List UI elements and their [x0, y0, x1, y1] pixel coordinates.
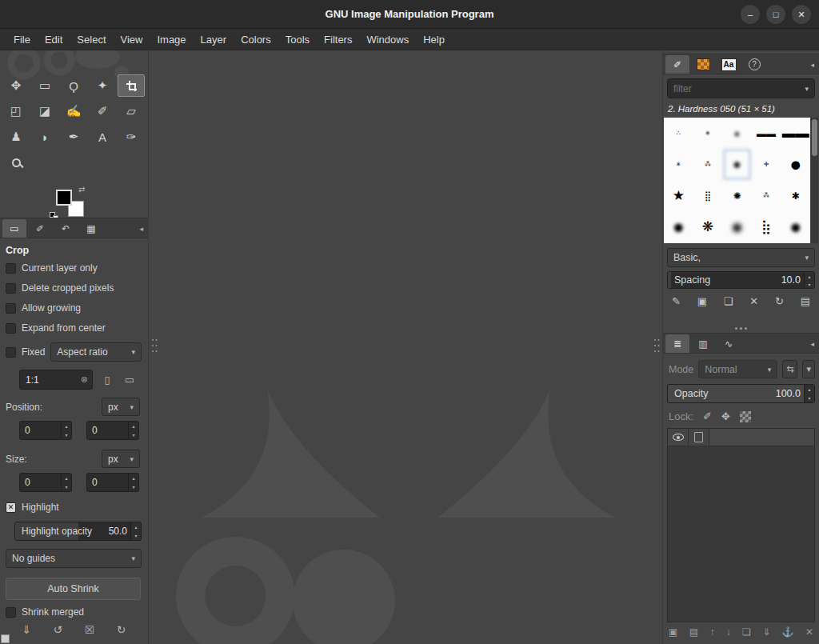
spin-up-icon[interactable]: ▴ — [131, 522, 141, 531]
mode-switch-button[interactable]: ⇆ — [782, 360, 797, 378]
lower-layer-button[interactable]: ↓ — [726, 626, 731, 638]
guides-select[interactable]: No guides ▾ — [6, 549, 142, 568]
brush-thumbnail[interactable]: ● — [782, 212, 809, 242]
dock-splitter-handle[interactable] — [150, 334, 158, 357]
current-layer-only-checkbox[interactable] — [6, 263, 16, 274]
delete-cropped-pixels-row[interactable]: Delete cropped pixels — [6, 282, 143, 294]
menu-view[interactable]: View — [114, 29, 150, 50]
menu-image[interactable]: Image — [150, 29, 193, 50]
layer-mode-select[interactable]: Normal ▾ — [698, 360, 777, 378]
swap-colors-icon[interactable]: ⇄ — [78, 185, 85, 194]
menu-help[interactable]: Help — [416, 29, 452, 50]
opacity-slider[interactable]: Opacity 100.0 ▴▾ — [667, 384, 815, 403]
menu-file[interactable]: File — [6, 29, 38, 50]
position-unit-select[interactable]: px ▾ — [102, 398, 140, 416]
close-button[interactable]: ✕ — [792, 5, 811, 24]
aspect-ratio-entry[interactable]: ⊗ — [19, 370, 93, 390]
spin-down-icon[interactable]: ▾ — [805, 394, 814, 402]
measure-tool[interactable]: ✑ — [118, 126, 145, 148]
spin-up-icon[interactable]: ▴ — [805, 272, 814, 280]
spin-up-icon[interactable]: ▴ — [805, 385, 814, 394]
clone-tool[interactable]: ♟ — [2, 126, 30, 148]
tab-tool-options[interactable]: ▭ — [2, 219, 26, 238]
visibility-cell[interactable] — [668, 429, 689, 446]
menu-colors[interactable]: Colors — [234, 29, 278, 50]
dock-menu-icon[interactable]: ◂ — [810, 61, 819, 74]
brush-thumbnail[interactable]: ∴ — [665, 118, 692, 148]
brush-filter-combo[interactable]: ▾ — [667, 78, 815, 98]
lock-position-icon[interactable]: ✥ — [721, 410, 730, 422]
lock-pixels-icon[interactable]: ✐ — [703, 410, 712, 422]
fixed-type-select[interactable]: Aspect ratio ▾ — [50, 342, 142, 362]
clear-icon[interactable]: ⊗ — [81, 374, 88, 385]
brush-thumbnail[interactable]: ❋ — [694, 212, 721, 242]
anchor-layer-button[interactable]: ⚓ — [782, 626, 794, 638]
bucket-fill-tool[interactable]: ◪ — [31, 100, 58, 122]
crop-tool[interactable] — [118, 74, 145, 97]
highlight-opacity-slider[interactable]: Highlight opacity 50.0 ▴▾ — [14, 522, 142, 541]
brush-thumbnail[interactable]: ● — [724, 212, 750, 242]
reset-options-button[interactable]: ↻ — [117, 623, 126, 636]
expand-from-center-row[interactable]: Expand from center — [6, 322, 143, 334]
merge-down-button[interactable]: ⇓ — [762, 626, 770, 638]
tab-channels[interactable]: ▥ — [691, 334, 715, 353]
spin-down-icon[interactable]: ▾ — [805, 280, 814, 288]
foreground-color-swatch[interactable] — [56, 190, 72, 206]
tab-fonts[interactable]: Aa — [717, 55, 741, 74]
new-group-button[interactable]: ▤ — [689, 626, 698, 638]
brush-thumbnail[interactable]: ⣿ — [694, 181, 721, 210]
spin-up-icon[interactable]: ▴ — [62, 422, 71, 430]
raise-layer-button[interactable]: ↑ — [709, 626, 714, 638]
tab-document-history[interactable]: ? — [742, 55, 766, 74]
default-colors-icon[interactable] — [50, 212, 59, 218]
size-unit-select[interactable]: px ▾ — [102, 450, 140, 468]
layer-row[interactable] — [668, 429, 814, 446]
mode-menu-button[interactable]: ▾ — [802, 360, 815, 378]
brush-thumbnail[interactable]: ▬▬ — [782, 118, 809, 148]
duplicate-brush-button[interactable]: ❏ — [724, 295, 733, 307]
size-height-spinbox[interactable]: 0 ▴▾ — [86, 473, 139, 492]
zoom-tool[interactable] — [2, 151, 30, 174]
edit-brush-button[interactable]: ✎ — [672, 295, 681, 307]
fixed-checkbox[interactable] — [6, 347, 16, 358]
aspect-ratio-input[interactable] — [26, 374, 81, 386]
brush-thumbnail[interactable]: ● — [724, 118, 750, 148]
highlight-row[interactable]: ✕ Highlight — [6, 502, 143, 513]
smudge-tool[interactable]: ✍ — [60, 100, 87, 122]
text-tool[interactable]: A — [89, 126, 116, 148]
fuzzy-select-tool[interactable]: ✦ — [89, 74, 116, 97]
tab-paths[interactable]: ∿ — [717, 334, 741, 353]
resize-grip[interactable] — [1, 634, 10, 643]
brush-scrollbar[interactable] — [811, 118, 818, 243]
minimize-button[interactable]: – — [741, 5, 760, 24]
open-brush-button[interactable]: ▤ — [801, 295, 810, 307]
brush-thumbnail[interactable]: ★ — [665, 181, 692, 210]
chain-cell[interactable] — [689, 429, 709, 446]
expand-from-center-checkbox[interactable] — [6, 323, 16, 334]
restore-preset-button[interactable]: ↺ — [54, 623, 63, 636]
position-x-spinbox[interactable]: 0 ▴▾ — [19, 421, 72, 440]
brush-group-select[interactable]: Basic, ▾ — [667, 248, 815, 267]
tab-device-status[interactable]: ✐ — [28, 219, 52, 238]
brush-filter-input[interactable] — [673, 83, 805, 94]
spin-down-icon[interactable]: ▾ — [129, 430, 138, 439]
brush-thumbnail[interactable]: ⁂ — [753, 181, 780, 210]
brush-thumbnail-selected[interactable]: ● — [724, 150, 750, 179]
layer-name-cell[interactable] — [709, 429, 814, 446]
brush-thumbnail[interactable]: ✳ — [665, 150, 692, 179]
dock-menu-icon[interactable]: ◂ — [139, 225, 148, 238]
transform-tool[interactable]: ◰ — [2, 100, 30, 122]
menu-layer[interactable]: Layer — [194, 29, 234, 50]
size-width-spinbox[interactable]: 0 ▴▾ — [19, 473, 72, 492]
tab-undo-history[interactable]: ↶ — [54, 219, 78, 238]
paintbrush-tool[interactable]: ✐ — [89, 100, 116, 122]
new-brush-button[interactable]: ▣ — [697, 295, 707, 307]
current-layer-only-row[interactable]: Current layer only — [6, 262, 143, 274]
free-select-tool[interactable]: Ϙ — [60, 74, 87, 97]
spin-down-icon[interactable]: ▾ — [131, 531, 141, 540]
tab-brushes[interactable]: ✐ — [665, 55, 689, 74]
duplicate-layer-button[interactable]: ❏ — [742, 626, 751, 638]
save-preset-button[interactable]: ⇓ — [22, 623, 31, 636]
rectangle-select-tool[interactable]: ▭ — [31, 74, 58, 97]
brush-thumbnail[interactable]: ✱ — [782, 181, 809, 210]
